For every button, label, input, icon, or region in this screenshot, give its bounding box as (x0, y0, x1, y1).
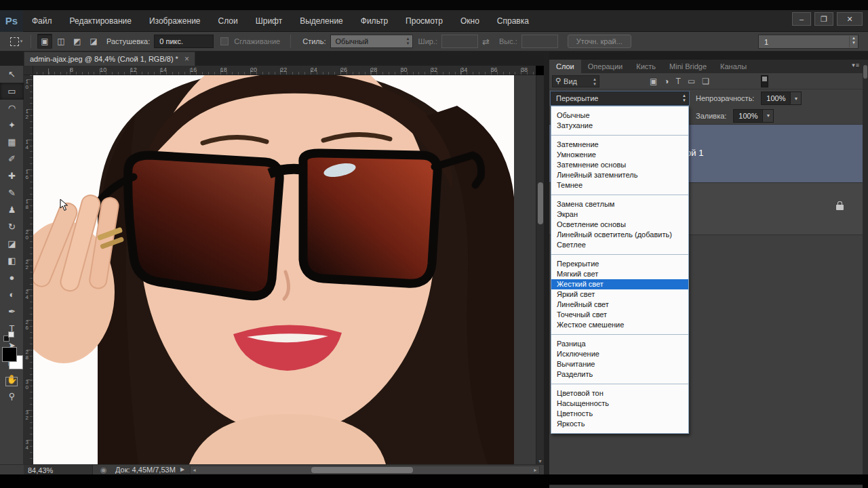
horizontal-scroll-handle[interactable] (311, 467, 413, 473)
refine-edge-button[interactable]: Уточн. край... (568, 35, 631, 48)
crop-tool[interactable]: ▦ (0, 134, 24, 150)
status-flyout-icon[interactable]: ▶ (180, 466, 184, 472)
blend-mode-option[interactable]: Точечный свет (551, 310, 688, 320)
brush-tool[interactable]: ✎ (0, 184, 24, 201)
blend-mode-option[interactable]: Разница (551, 339, 688, 349)
width-input[interactable] (441, 35, 478, 48)
clone-stamp-tool[interactable]: ♟ (0, 201, 24, 218)
blend-mode-option[interactable]: Яркий свет (551, 289, 688, 300)
chevron-down-icon[interactable]: ▼ (763, 109, 774, 123)
eyedropper-tool[interactable]: ✐ (0, 150, 24, 167)
blend-mode-option[interactable]: Замена светлым (551, 199, 688, 209)
feather-input[interactable]: 0 пикс. (154, 35, 214, 48)
blend-mode-option[interactable]: Затемнение основы (551, 160, 688, 170)
blend-mode-option[interactable]: Жесткий свет (551, 279, 688, 289)
dodge-tool[interactable]: ◐ (0, 286, 24, 303)
height-input[interactable] (521, 35, 558, 48)
blend-mode-option[interactable]: Затемнение (551, 140, 688, 150)
blend-mode-option[interactable]: Насыщенность (551, 399, 688, 409)
blend-mode-option[interactable]: Обычные (551, 110, 688, 121)
blend-mode-option[interactable]: Умножение (551, 150, 688, 160)
layer-filter-select[interactable]: ⚲ Вид ▲▼ (552, 75, 599, 87)
panel-tab[interactable]: Слои (549, 60, 581, 73)
blend-mode-option[interactable]: Мягкий свет (551, 269, 688, 279)
scroll-down-icon[interactable]: ▼ (538, 459, 542, 464)
document-tab[interactable]: admin-ajax.jpeg @ 84,4% (Слой 1, RGB/8) … (24, 52, 195, 66)
add-selection-mode-button[interactable]: ◫ (54, 34, 68, 49)
panel-tab[interactable]: Mini Bridge (663, 60, 713, 73)
blend-mode-option[interactable]: Цветность (551, 409, 688, 419)
lasso-tool[interactable]: ◠ (0, 100, 24, 117)
blend-mode-option[interactable]: Цветовой тон (551, 388, 688, 399)
blend-mode-option[interactable]: Осветление основы (551, 220, 688, 230)
blend-mode-option[interactable]: Жесткое смешение (551, 320, 688, 330)
menu-item[interactable]: Редактирование (61, 10, 140, 32)
close-button[interactable]: ✕ (837, 12, 863, 26)
panel-tab[interactable]: Кисть (629, 60, 663, 73)
menu-item[interactable]: Фильтр (352, 10, 397, 32)
panel-tab[interactable]: Операции (581, 60, 629, 73)
gradient-tool[interactable]: ◧ (0, 252, 24, 269)
blend-mode-option[interactable]: Разделить (551, 369, 688, 380)
filter-pixel-layers-icon[interactable]: ▣ (650, 77, 657, 86)
subtract-selection-mode-button[interactable]: ◩ (70, 34, 85, 49)
healing-brush-tool[interactable]: ✚ (0, 167, 24, 184)
quick-selection-tool[interactable]: ✦ (0, 117, 24, 134)
minimize-button[interactable]: – (792, 12, 811, 26)
eraser-tool[interactable]: ◪ (0, 235, 24, 252)
antialias-checkbox[interactable] (220, 37, 229, 45)
pen-tool[interactable]: ✒ (0, 303, 24, 320)
canvas-photo[interactable] (33, 75, 514, 464)
blend-mode-option[interactable]: Яркость (551, 419, 688, 429)
blend-mode-option[interactable]: Перекрытие (551, 259, 688, 269)
zoom-level-field[interactable]: 84,43% (24, 465, 93, 475)
filter-adjustment-layers-icon[interactable]: ◑ (664, 77, 669, 86)
new-selection-mode-button[interactable]: ▣ (37, 34, 52, 49)
workspace-select[interactable]: 1▲▼ (758, 35, 859, 49)
quick-mask-icon[interactable]: ◌ (5, 377, 18, 386)
history-brush-tool[interactable]: ↻ (0, 218, 24, 235)
blend-mode-option[interactable]: Линейный затемнитель (551, 170, 688, 180)
filter-shape-layers-icon[interactable]: ▭ (688, 77, 695, 86)
blend-mode-option[interactable]: Исключение (551, 349, 688, 359)
opacity-field[interactable]: 100%▼ (761, 92, 802, 105)
restore-button[interactable]: ❐ (814, 12, 833, 26)
close-tab-icon[interactable]: × (184, 54, 189, 64)
fill-field[interactable]: 100%▼ (733, 109, 774, 123)
scroll-right-icon[interactable]: ► (533, 468, 538, 472)
blend-mode-option[interactable]: Светлее (551, 240, 688, 250)
blend-mode-option[interactable]: Вычитание (551, 359, 688, 369)
blur-tool[interactable]: ● (0, 269, 24, 286)
swap-colors-icon[interactable] (3, 331, 17, 342)
menu-item[interactable]: Изображение (140, 10, 210, 32)
foreground-color-swatch[interactable] (2, 347, 17, 362)
blend-mode-option[interactable]: Линейный свет (551, 300, 688, 310)
panel-scrollbar[interactable] (863, 60, 868, 474)
canvas-horizontal-scrollbar[interactable]: ◄ ► (190, 466, 540, 474)
rectangular-marquee-tool[interactable]: ▭ (0, 83, 24, 100)
canvas-vertical-scrollbar[interactable]: ▼ (536, 75, 544, 464)
menu-item[interactable]: Файл (23, 10, 61, 32)
panel-menu-icon[interactable]: ▾≡ (852, 62, 860, 68)
menu-item[interactable]: Просмотр (397, 10, 452, 32)
current-tool-icon[interactable]: ▾ (8, 34, 24, 49)
move-tool[interactable]: ↖ (0, 66, 24, 83)
blend-mode-select[interactable]: Перекрытие▲▼ (551, 92, 689, 105)
menu-item[interactable]: Выделение (291, 10, 352, 32)
style-select[interactable]: Обычный▲▼ (330, 35, 413, 48)
chevron-down-icon[interactable]: ▼ (791, 92, 802, 105)
zoom-tool[interactable]: ⚲ (0, 388, 24, 405)
menu-item[interactable]: Шрифт (247, 10, 291, 32)
menu-item[interactable]: Окно (452, 10, 488, 32)
panel-tab[interactable]: Каналы (713, 60, 753, 73)
intersect-selection-mode-button[interactable]: ◪ (86, 34, 101, 49)
blend-mode-option[interactable]: Темнее (551, 180, 688, 190)
blend-mode-option[interactable]: Линейный осветитель (добавить) (551, 230, 688, 240)
vertical-scroll-handle[interactable] (538, 182, 543, 224)
blend-mode-option[interactable]: Экран (551, 209, 688, 220)
scroll-left-icon[interactable]: ◄ (192, 468, 197, 472)
swap-dimensions-icon[interactable]: ⇄ (482, 37, 490, 47)
menu-item[interactable]: Справка (488, 10, 538, 32)
blend-mode-option[interactable]: Затухание (551, 121, 688, 131)
menu-item[interactable]: Слои (210, 10, 247, 32)
